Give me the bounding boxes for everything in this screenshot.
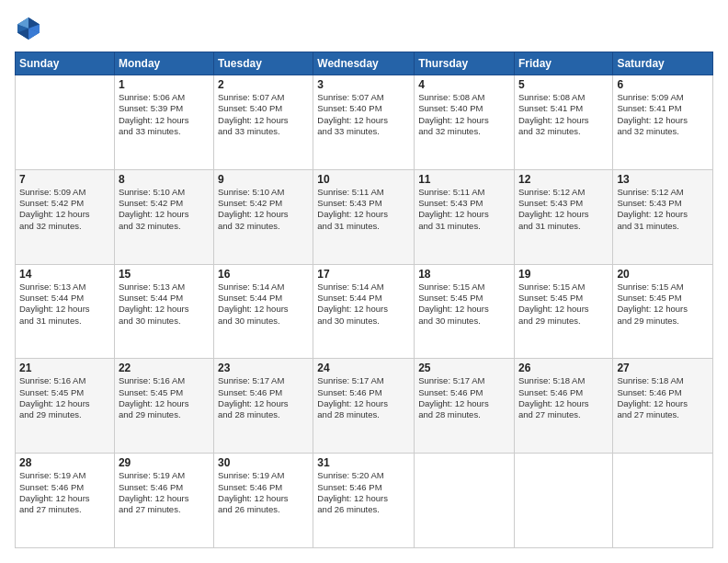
calendar-week-row: 28Sunrise: 5:19 AM Sunset: 5:46 PM Dayli…: [16, 454, 713, 548]
day-number: 12: [518, 173, 609, 186]
calendar-week-row: 21Sunrise: 5:16 AM Sunset: 5:45 PM Dayli…: [16, 359, 713, 454]
calendar-cell: 21Sunrise: 5:16 AM Sunset: 5:45 PM Dayli…: [16, 359, 115, 454]
day-info: Sunrise: 5:12 AM Sunset: 5:43 PM Dayligh…: [617, 187, 709, 232]
day-number: 24: [317, 362, 410, 374]
day-info: Sunrise: 5:08 AM Sunset: 5:40 PM Dayligh…: [418, 92, 510, 137]
day-number: 26: [518, 362, 609, 374]
day-info: Sunrise: 5:19 AM Sunset: 5:46 PM Dayligh…: [218, 470, 309, 515]
day-info: Sunrise: 5:18 AM Sunset: 5:46 PM Dayligh…: [617, 375, 709, 420]
day-info: Sunrise: 5:18 AM Sunset: 5:46 PM Dayligh…: [518, 375, 609, 420]
day-number: 13: [617, 173, 709, 186]
calendar-cell: 27Sunrise: 5:18 AM Sunset: 5:46 PM Dayli…: [613, 359, 713, 454]
page: SundayMondayTuesdayWednesdayThursdayFrid…: [0, 0, 728, 563]
day-info: Sunrise: 5:13 AM Sunset: 5:44 PM Dayligh…: [19, 282, 110, 327]
day-number: 6: [617, 78, 709, 91]
day-number: 8: [119, 173, 210, 186]
day-number: 31: [317, 456, 410, 469]
day-number: 21: [19, 362, 110, 374]
calendar-cell: 24Sunrise: 5:17 AM Sunset: 5:46 PM Dayli…: [313, 359, 415, 454]
calendar-cell: 6Sunrise: 5:09 AM Sunset: 5:41 PM Daylig…: [613, 75, 713, 170]
calendar-week-row: 14Sunrise: 5:13 AM Sunset: 5:44 PM Dayli…: [16, 264, 713, 359]
day-info: Sunrise: 5:09 AM Sunset: 5:41 PM Dayligh…: [617, 92, 709, 137]
calendar-cell: 23Sunrise: 5:17 AM Sunset: 5:46 PM Dayli…: [214, 359, 313, 454]
day-info: Sunrise: 5:17 AM Sunset: 5:46 PM Dayligh…: [418, 375, 510, 420]
day-info: Sunrise: 5:09 AM Sunset: 5:42 PM Dayligh…: [19, 187, 110, 232]
day-number: 25: [418, 362, 510, 374]
day-info: Sunrise: 5:19 AM Sunset: 5:46 PM Dayligh…: [119, 470, 210, 515]
day-info: Sunrise: 5:10 AM Sunset: 5:42 PM Dayligh…: [119, 187, 210, 232]
calendar-week-row: 7Sunrise: 5:09 AM Sunset: 5:42 PM Daylig…: [16, 169, 713, 264]
day-info: Sunrise: 5:08 AM Sunset: 5:41 PM Dayligh…: [518, 92, 609, 137]
day-info: Sunrise: 5:10 AM Sunset: 5:42 PM Dayligh…: [218, 187, 309, 232]
calendar-cell: 22Sunrise: 5:16 AM Sunset: 5:45 PM Dayli…: [114, 359, 213, 454]
calendar-cell: [613, 454, 713, 548]
calendar-cell: 9Sunrise: 5:10 AM Sunset: 5:42 PM Daylig…: [214, 169, 313, 264]
day-number: 16: [218, 268, 309, 281]
calendar-cell: 7Sunrise: 5:09 AM Sunset: 5:42 PM Daylig…: [16, 169, 115, 264]
day-info: Sunrise: 5:15 AM Sunset: 5:45 PM Dayligh…: [518, 282, 609, 327]
calendar-cell: 8Sunrise: 5:10 AM Sunset: 5:42 PM Daylig…: [114, 169, 213, 264]
day-info: Sunrise: 5:16 AM Sunset: 5:45 PM Dayligh…: [119, 375, 210, 420]
weekday-header: Saturday: [613, 52, 713, 75]
weekday-header: Thursday: [415, 52, 515, 75]
day-info: Sunrise: 5:20 AM Sunset: 5:46 PM Dayligh…: [317, 470, 410, 515]
day-info: Sunrise: 5:11 AM Sunset: 5:43 PM Dayligh…: [418, 187, 510, 232]
calendar-cell: 5Sunrise: 5:08 AM Sunset: 5:41 PM Daylig…: [514, 75, 612, 170]
calendar-cell: 31Sunrise: 5:20 AM Sunset: 5:46 PM Dayli…: [313, 454, 415, 548]
calendar-cell: 28Sunrise: 5:19 AM Sunset: 5:46 PM Dayli…: [16, 454, 115, 548]
day-number: 28: [19, 456, 110, 469]
calendar-cell: [514, 454, 612, 548]
day-info: Sunrise: 5:12 AM Sunset: 5:43 PM Dayligh…: [518, 187, 609, 232]
day-info: Sunrise: 5:16 AM Sunset: 5:45 PM Dayligh…: [19, 375, 110, 420]
calendar-cell: [415, 454, 515, 548]
calendar-cell: 1Sunrise: 5:06 AM Sunset: 5:39 PM Daylig…: [114, 75, 213, 170]
day-number: 20: [617, 268, 709, 281]
day-number: 18: [418, 268, 510, 281]
day-number: 23: [218, 362, 309, 374]
day-number: 27: [617, 362, 709, 374]
day-info: Sunrise: 5:06 AM Sunset: 5:39 PM Dayligh…: [119, 92, 210, 137]
calendar-cell: 4Sunrise: 5:08 AM Sunset: 5:40 PM Daylig…: [415, 75, 515, 170]
day-info: Sunrise: 5:15 AM Sunset: 5:45 PM Dayligh…: [617, 282, 709, 327]
header: [15, 15, 713, 42]
calendar-cell: 11Sunrise: 5:11 AM Sunset: 5:43 PM Dayli…: [415, 169, 515, 264]
day-info: Sunrise: 5:17 AM Sunset: 5:46 PM Dayligh…: [317, 375, 410, 420]
calendar-cell: 25Sunrise: 5:17 AM Sunset: 5:46 PM Dayli…: [415, 359, 515, 454]
day-number: 9: [218, 173, 309, 186]
weekday-header: Monday: [114, 52, 213, 75]
logo-icon: [15, 15, 42, 42]
day-number: 10: [317, 173, 410, 186]
calendar-cell: 3Sunrise: 5:07 AM Sunset: 5:40 PM Daylig…: [313, 75, 415, 170]
day-info: Sunrise: 5:19 AM Sunset: 5:46 PM Dayligh…: [19, 470, 110, 515]
calendar-cell: 16Sunrise: 5:14 AM Sunset: 5:44 PM Dayli…: [214, 264, 313, 359]
calendar-cell: 2Sunrise: 5:07 AM Sunset: 5:40 PM Daylig…: [214, 75, 313, 170]
calendar-cell: 12Sunrise: 5:12 AM Sunset: 5:43 PM Dayli…: [514, 169, 612, 264]
calendar-cell: 10Sunrise: 5:11 AM Sunset: 5:43 PM Dayli…: [313, 169, 415, 264]
day-number: 2: [218, 78, 309, 91]
day-info: Sunrise: 5:07 AM Sunset: 5:40 PM Dayligh…: [317, 92, 410, 137]
calendar-cell: 14Sunrise: 5:13 AM Sunset: 5:44 PM Dayli…: [16, 264, 115, 359]
day-number: 11: [418, 173, 510, 186]
calendar-cell: 30Sunrise: 5:19 AM Sunset: 5:46 PM Dayli…: [214, 454, 313, 548]
day-number: 7: [19, 173, 110, 186]
weekday-header: Sunday: [16, 52, 115, 75]
calendar-cell: 17Sunrise: 5:14 AM Sunset: 5:44 PM Dayli…: [313, 264, 415, 359]
weekday-header: Friday: [514, 52, 612, 75]
day-number: 5: [518, 78, 609, 91]
calendar-week-row: 1Sunrise: 5:06 AM Sunset: 5:39 PM Daylig…: [16, 75, 713, 170]
day-info: Sunrise: 5:14 AM Sunset: 5:44 PM Dayligh…: [317, 282, 410, 327]
day-info: Sunrise: 5:13 AM Sunset: 5:44 PM Dayligh…: [119, 282, 210, 327]
day-number: 17: [317, 268, 410, 281]
calendar-cell: 13Sunrise: 5:12 AM Sunset: 5:43 PM Dayli…: [613, 169, 713, 264]
calendar-cell: 29Sunrise: 5:19 AM Sunset: 5:46 PM Dayli…: [114, 454, 213, 548]
calendar-cell: [16, 75, 115, 170]
day-info: Sunrise: 5:11 AM Sunset: 5:43 PM Dayligh…: [317, 187, 410, 232]
calendar-cell: 20Sunrise: 5:15 AM Sunset: 5:45 PM Dayli…: [613, 264, 713, 359]
day-number: 14: [19, 268, 110, 281]
weekday-header: Wednesday: [313, 52, 415, 75]
day-info: Sunrise: 5:07 AM Sunset: 5:40 PM Dayligh…: [218, 92, 309, 137]
calendar-cell: 19Sunrise: 5:15 AM Sunset: 5:45 PM Dayli…: [514, 264, 612, 359]
weekday-header: Tuesday: [214, 52, 313, 75]
day-info: Sunrise: 5:14 AM Sunset: 5:44 PM Dayligh…: [218, 282, 309, 327]
calendar-cell: 26Sunrise: 5:18 AM Sunset: 5:46 PM Dayli…: [514, 359, 612, 454]
